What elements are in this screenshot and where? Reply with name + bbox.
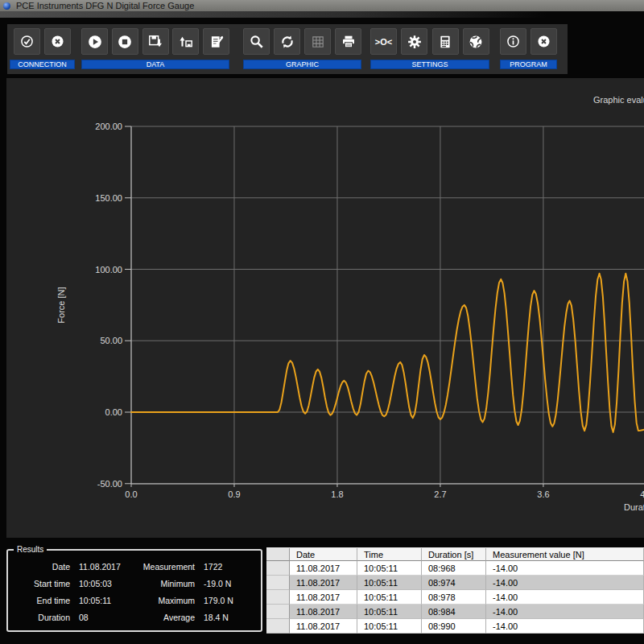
table-cell: 11.08.2017 xyxy=(290,561,357,576)
result-value: 10:05:03 xyxy=(79,579,112,588)
result-value: 18.4 N xyxy=(204,613,229,622)
result-value: 179.0 N xyxy=(204,596,233,605)
info-button[interactable] xyxy=(500,28,526,55)
load-import-icon xyxy=(179,35,193,49)
table-cell: 11.08.2017 xyxy=(290,605,357,619)
result-label: Date xyxy=(11,562,70,572)
calculator-icon xyxy=(438,35,452,49)
column-header[interactable]: Date xyxy=(290,548,357,561)
row-header-cell[interactable] xyxy=(266,590,290,605)
row-header-cell[interactable] xyxy=(266,576,290,590)
load-data-button[interactable] xyxy=(172,28,199,55)
results-legend: Results xyxy=(14,545,47,555)
cancel-circle-icon xyxy=(51,35,64,48)
table-row[interactable]: 11.08.201710:05:1108:968-14.00 xyxy=(266,561,644,576)
table-cell: 10:05:11 xyxy=(357,605,422,619)
table-cell: -14.00 xyxy=(486,590,644,605)
row-header-cell[interactable] xyxy=(266,619,290,634)
grid-toggle-button[interactable] xyxy=(304,28,331,55)
measurement-table: DateTimeDuration [s]Measurement value [N… xyxy=(266,547,644,634)
print-button[interactable] xyxy=(335,28,361,55)
stop-measurement-button[interactable] xyxy=(112,28,138,55)
window-title: PCE Instruments DFG N Digital Force Gaug… xyxy=(16,0,194,11)
device-settings-button[interactable] xyxy=(401,28,427,55)
table-row[interactable]: 11.08.201710:05:1108:974-14.00 xyxy=(266,576,644,590)
table-cell: -14.00 xyxy=(486,619,644,634)
result-row: Start time10:05:03 xyxy=(11,578,121,588)
table-cell: 08:978 xyxy=(422,590,486,605)
column-header[interactable]: Measurement value [N] xyxy=(486,548,644,561)
table-cell: 10:05:11 xyxy=(357,590,422,605)
menu-strip xyxy=(0,11,644,18)
table-cell: 11.08.2017 xyxy=(290,590,357,605)
stop-circle-icon xyxy=(118,35,132,49)
language-button[interactable] xyxy=(463,28,489,55)
connect-button[interactable] xyxy=(14,28,40,55)
recycle-icon xyxy=(280,35,295,49)
grid-icon xyxy=(311,35,325,49)
result-label: Start time xyxy=(11,579,70,588)
result-row: Duration08 xyxy=(11,612,121,622)
toolbar-group-label: SETTINGS xyxy=(370,60,489,69)
calculator-button[interactable] xyxy=(432,28,459,55)
result-value: 10:05:11 xyxy=(79,596,111,605)
result-label: Duration xyxy=(11,613,70,622)
results-left-column: Date11.08.2017Start time10:05:03End time… xyxy=(11,561,121,629)
table-cell: 10:05:11 xyxy=(357,576,422,590)
save-export-icon xyxy=(148,35,163,49)
gear-icon xyxy=(407,35,422,49)
app-window: PCE Instruments DFG N Digital Force Gaug… xyxy=(0,0,644,644)
table-cell: 08:974 xyxy=(422,576,486,590)
toolbar: CONNECTIONDATAGRAPHIC>O<SETTINGSPROGRAM xyxy=(7,24,568,74)
y-tick-label: 50.00 xyxy=(100,336,122,345)
row-header-cell[interactable] xyxy=(266,605,290,619)
chart-panel[interactable]: 200.00150.00100.0050.000.00-50.000.00.91… xyxy=(6,78,644,538)
table-row[interactable]: 11.08.201710:05:1108:990-14.00 xyxy=(266,619,644,634)
x-tick-label: 0.9 xyxy=(228,489,240,499)
x-tick-label: 2.7 xyxy=(434,489,446,499)
table-row[interactable]: 11.08.201710:05:1108:984-14.00 xyxy=(266,605,644,619)
chart-title: Graphic evaluation xyxy=(593,95,644,105)
table-cell: -14.00 xyxy=(486,576,644,590)
table-cell: 10:05:11 xyxy=(357,561,422,576)
edit-report-icon xyxy=(209,35,224,49)
toolbar-group-graphic: GRAPHIC xyxy=(243,28,361,69)
results-right-column: Measurement1722Minimum-19.0 NMaximum179.… xyxy=(130,561,233,629)
y-tick-label: 100.00 xyxy=(95,265,122,275)
result-label: End time xyxy=(11,596,70,605)
table-cell: 08:968 xyxy=(422,561,486,576)
x-tick-label: 1.8 xyxy=(331,489,343,499)
column-header[interactable]: Duration [s] xyxy=(422,548,486,561)
toolbar-group-data: DATA xyxy=(81,28,229,69)
start-measurement-button[interactable] xyxy=(81,28,108,55)
toolbar-group-connection: CONNECTION xyxy=(10,28,75,69)
printer-icon xyxy=(341,35,356,49)
save-data-button[interactable] xyxy=(142,28,169,55)
row-header-cell[interactable] xyxy=(266,561,290,576)
refresh-button[interactable] xyxy=(274,28,300,55)
disconnect-button[interactable] xyxy=(44,28,71,55)
column-header[interactable]: Time xyxy=(357,548,422,561)
table-row[interactable]: 11.08.201710:05:1108:978-14.00 xyxy=(266,590,644,605)
result-value: 1722 xyxy=(204,562,222,572)
table-cell: 11.08.2017 xyxy=(290,576,357,590)
tare-zero-icon: >O< xyxy=(375,37,392,47)
table-corner-cell xyxy=(266,548,290,561)
exit-button[interactable] xyxy=(530,28,557,55)
edit-report-button[interactable] xyxy=(203,28,229,55)
table-header-row: DateTimeDuration [s]Measurement value [N… xyxy=(266,548,644,561)
x-axis-title: Duration [s] xyxy=(624,502,644,512)
table-cell: 08:984 xyxy=(422,605,486,619)
y-tick-label: -50.00 xyxy=(97,479,122,489)
toolbar-group-label: DATA xyxy=(81,60,229,69)
toolbar-group-label: CONNECTION xyxy=(10,60,75,69)
result-label: Average xyxy=(130,613,195,622)
cancel-circle-icon xyxy=(537,35,551,48)
tare-button[interactable]: >O< xyxy=(370,28,397,55)
result-value: -19.0 N xyxy=(204,579,231,588)
play-circle-icon xyxy=(88,35,102,49)
title-bar[interactable]: PCE Instruments DFG N Digital Force Gaug… xyxy=(0,0,644,11)
result-label: Maximum xyxy=(130,596,195,605)
zoom-button[interactable] xyxy=(243,28,270,55)
table-cell: -14.00 xyxy=(486,605,644,619)
